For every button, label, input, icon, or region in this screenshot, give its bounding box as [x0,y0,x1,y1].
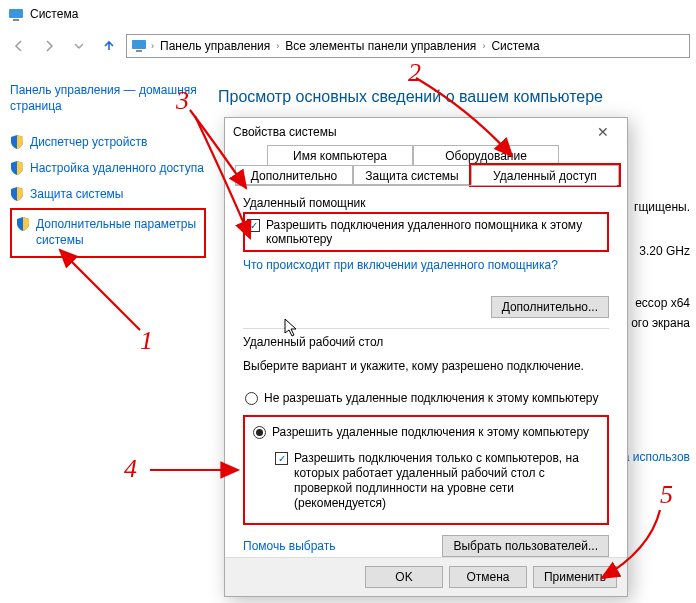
link-help-choose[interactable]: Помочь выбрать [243,539,336,553]
checkbox-label: Разрешить подключения только с компьютер… [294,451,599,511]
breadcrumb[interactable]: Все элементы панели управления [283,39,478,53]
annotation-number-4: 4 [124,454,137,484]
checkbox-icon [247,219,260,232]
address-icon [131,38,147,55]
radio-label: Не разрешать удаленные подключения к это… [264,391,598,405]
sidebar-item-label: Дополнительные параметры системы [36,216,200,248]
chevron-right-icon: › [151,41,154,51]
button-assist-advanced[interactable]: Дополнительно... [491,296,609,318]
chevron-right-icon: › [482,41,485,51]
sidebar: Панель управления — домашняя страница Ди… [10,78,210,258]
svg-rect-3 [136,50,142,52]
tab-computer-name[interactable]: Имя компьютера [267,145,413,165]
sidebar-item-remote-settings[interactable]: Настройка удаленного доступа [10,156,210,182]
bg-text: 3.20 GHz [639,244,690,258]
link-remote-assistance-info[interactable]: Что происходит при включении удаленного … [243,258,609,272]
window-titlebar: Система [0,0,696,28]
tab-strip: Имя компьютера Оборудование Дополнительн… [235,145,617,188]
navbar: › Панель управления › Все элементы панел… [0,28,696,64]
radio-icon [245,392,258,405]
tab-protection[interactable]: Защита системы [353,165,471,185]
tab-hardware[interactable]: Оборудование [413,145,559,165]
cancel-button[interactable]: Отмена [449,566,527,588]
svg-rect-1 [13,19,19,21]
annotation-highlight-1: Дополнительные параметры системы [10,208,206,258]
dialog-titlebar: Свойства системы ✕ [225,118,627,145]
chevron-right-icon: › [276,41,279,51]
button-select-users[interactable]: Выбрать пользователей... [442,535,609,557]
dialog-footer: OK Отмена Применить [225,557,627,596]
apply-button[interactable]: Применить [533,566,617,588]
sidebar-home-link[interactable]: Панель управления — домашняя страница [10,78,210,120]
back-button[interactable] [6,33,32,59]
checkbox-label: Разрешить подключения удаленного помощни… [266,218,605,246]
radio-label: Разрешить удаленные подключения к этому … [272,425,589,439]
bg-text: ессор x64 [635,296,690,310]
shield-icon [10,135,24,149]
shield-icon [10,187,24,201]
dialog-body: Удаленный помощник Разрешить подключения… [225,188,627,557]
sidebar-item-label: Диспетчер устройств [30,134,147,150]
breadcrumb[interactable]: Система [489,39,541,53]
system-icon [8,6,24,22]
forward-button[interactable] [36,33,62,59]
group-description: Выберите вариант и укажите, кому разреше… [243,359,609,373]
annotation-highlight-4: Разрешить удаленные подключения к этому … [243,415,609,525]
radio-icon [253,426,266,439]
sidebar-item-advanced-settings[interactable]: Дополнительные параметры системы [16,212,200,254]
close-button[interactable]: ✕ [587,124,619,140]
bg-text: гщищены. [634,200,690,214]
group-remote-desktop: Удаленный рабочий стол Выберите вариант … [243,335,609,557]
system-properties-dialog: Свойства системы ✕ Имя компьютера Оборуд… [224,117,628,597]
tab-advanced[interactable]: Дополнительно [235,165,353,185]
bg-text: ого экрана [631,316,690,330]
svg-rect-2 [132,40,146,49]
history-dropdown[interactable] [66,33,92,59]
checkbox-icon [275,452,288,465]
radio-disallow-remote[interactable]: Не разрешать удаленные подключения к это… [243,387,609,409]
checkbox-allow-remote-assistance[interactable]: Разрешить подключения удаленного помощни… [243,212,609,252]
group-remote-assistance: Удаленный помощник Разрешить подключения… [243,196,609,329]
window-title: Система [30,7,78,21]
up-button[interactable] [96,33,122,59]
radio-allow-remote[interactable]: Разрешить удаленные подключения к этому … [251,421,601,443]
tab-remote[interactable]: Удаленный доступ [471,165,619,185]
svg-rect-0 [9,9,23,18]
sidebar-item-label: Настройка удаленного доступа [30,160,204,176]
annotation-number-5: 5 [660,480,673,510]
breadcrumb[interactable]: Панель управления [158,39,272,53]
shield-icon [10,161,24,175]
annotation-number-1: 1 [140,326,153,356]
address-bar[interactable]: › Панель управления › Все элементы панел… [126,34,690,58]
shield-icon [16,217,30,231]
ok-button[interactable]: OK [365,566,443,588]
checkbox-nla[interactable]: Разрешить подключения только с компьютер… [273,447,601,515]
page-heading: Просмотр основных сведений о вашем компь… [218,88,603,106]
group-label: Удаленный помощник [243,196,609,210]
dialog-title: Свойства системы [233,125,337,139]
sidebar-item-device-manager[interactable]: Диспетчер устройств [10,130,210,156]
sidebar-item-label: Защита системы [30,186,123,202]
sidebar-item-system-protection[interactable]: Защита системы [10,182,210,208]
group-label: Удаленный рабочий стол [243,335,609,349]
